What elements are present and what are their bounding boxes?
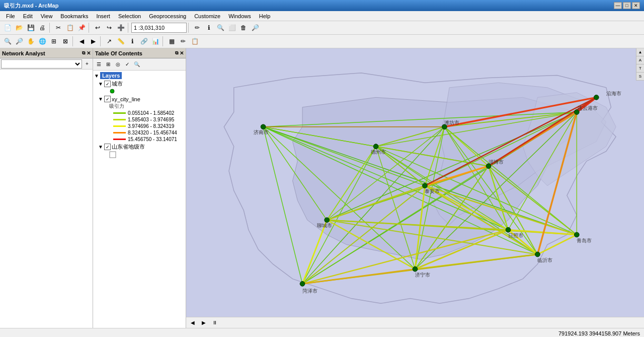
legend-row-5: 15.456750 - 33.14071 <box>98 136 185 143</box>
new-button[interactable]: 📄 <box>2 22 13 33</box>
zoom-out-button[interactable]: 🔎 <box>14 36 25 47</box>
add-data-button[interactable]: ➕ <box>115 22 126 33</box>
redo-button[interactable]: ↪ <box>104 22 115 33</box>
fullext-button[interactable]: ⊠ <box>60 36 71 47</box>
identify-button[interactable]: ℹ <box>203 22 214 33</box>
select-button[interactable]: ⬜ <box>226 22 237 33</box>
na-add-button[interactable]: + <box>83 59 92 69</box>
toc-layers-root[interactable]: ▼ Layers <box>94 72 185 80</box>
right-search-tool[interactable]: S <box>636 73 644 81</box>
map-area[interactable]: 沿海市 连云港市 潍坊市 淄博市 泰安市 日照市 青岛市 济宁市 菏泽市 临沂市… <box>186 48 644 328</box>
cut-button[interactable]: ✂ <box>53 22 64 33</box>
na-header-controls: ⧉ ✕ <box>82 50 91 56</box>
back-button[interactable]: ◀ <box>76 36 87 47</box>
extent-button[interactable]: ⊞ <box>48 36 59 47</box>
copy-button[interactable]: 📋 <box>64 22 75 33</box>
pan-button[interactable]: ✋ <box>25 36 36 47</box>
na-header-left: Network Analyst <box>2 50 45 56</box>
globe-button[interactable]: 🌐 <box>37 36 48 47</box>
coordinates-display: 791924.193 3944158.907 Meters <box>558 330 640 336</box>
menu-selection[interactable]: Selection <box>114 12 145 20</box>
toc-layer3[interactable]: ▼ 山东省地级市 <box>98 143 185 151</box>
toc-search-btn[interactable]: 🔍 <box>132 60 141 69</box>
undo-button[interactable]: ↩ <box>92 22 103 33</box>
layer1-checkbox[interactable] <box>104 81 111 87</box>
app-title: 吸引力.mxd - ArcMap <box>4 2 58 10</box>
layer2-expand-icon[interactable]: ▼ <box>98 96 103 102</box>
map-svg: 沿海市 连云港市 潍坊市 淄博市 泰安市 日照市 青岛市 济宁市 菏泽市 临沂市… <box>186 48 644 328</box>
menu-insert[interactable]: Insert <box>92 12 114 20</box>
sep2-1 <box>72 36 74 46</box>
na-panel-title: Network Analyst <box>2 50 45 56</box>
menu-windows[interactable]: Windows <box>224 12 255 20</box>
map-prev-btn[interactable]: ◀ <box>188 318 197 327</box>
layer2-sublabel: 吸引力 <box>98 103 185 110</box>
attr-button[interactable]: 📋 <box>189 36 200 47</box>
status-bar: 791924.193 3944158.907 Meters <box>0 328 644 337</box>
toc-layer1[interactable]: ▼ 城市 <box>98 80 185 88</box>
sep2-3 <box>163 36 165 46</box>
layer2-name: xy_city_line <box>112 96 140 102</box>
right-tool-3[interactable]: T <box>636 64 644 73</box>
save-button[interactable]: 💾 <box>25 22 36 33</box>
menu-view[interactable]: View <box>37 12 57 20</box>
fwd-button[interactable]: ▶ <box>88 36 99 47</box>
toc-layer2[interactable]: ▼ xy_city_line <box>98 95 185 103</box>
hyperlink-button[interactable]: 🔗 <box>138 36 149 47</box>
info-button[interactable]: ℹ <box>127 36 138 47</box>
toc-source-btn[interactable]: ⊞ <box>104 60 113 69</box>
print-button[interactable]: 🖨 <box>37 22 48 33</box>
toc-content: ▼ Layers ▼ 城市 ▼ <box>93 71 186 328</box>
layer3-expand-icon[interactable]: ▼ <box>98 144 103 150</box>
open-button[interactable]: 📂 <box>14 22 25 33</box>
maximize-button[interactable]: □ <box>623 2 631 9</box>
map-pause-btn[interactable]: ⏸ <box>210 318 219 327</box>
toc-float-button[interactable]: ⧉ <box>175 50 178 56</box>
map-next-btn[interactable]: ▶ <box>199 318 208 327</box>
legend-color-3 <box>113 125 126 127</box>
layer1-expand-icon[interactable]: ▼ <box>98 81 103 87</box>
find-button[interactable]: 🔍 <box>215 22 226 33</box>
menu-file[interactable]: File <box>2 12 19 20</box>
select2-button[interactable]: ↗ <box>104 36 115 47</box>
toc-vis-btn[interactable]: ◎ <box>113 60 122 69</box>
paste-button[interactable]: 📌 <box>76 22 87 33</box>
minimize-button[interactable]: — <box>614 2 622 9</box>
separator-3 <box>128 23 130 33</box>
na-float-button[interactable]: ⧉ <box>82 50 85 56</box>
legend-row-2: 1.585403 - 3.974695 <box>98 116 185 123</box>
clear-button[interactable]: 🗑 <box>238 22 249 33</box>
menu-help[interactable]: Help <box>255 12 275 20</box>
layer2-checkbox[interactable] <box>104 96 111 102</box>
svg-text:泰安市: 泰安市 <box>425 188 440 194</box>
svg-text:临沂市: 临沂市 <box>537 257 552 263</box>
toc-close-button[interactable]: ✕ <box>180 50 184 56</box>
graph-button[interactable]: 📊 <box>150 36 161 47</box>
legend-color-4 <box>113 132 126 133</box>
zoom-in-button[interactable]: 🔎 <box>250 22 261 33</box>
toc-list-btn[interactable]: ☰ <box>94 60 103 69</box>
na-toolbar: + <box>0 58 93 70</box>
layers-expand-icon[interactable]: ▼ <box>94 73 99 79</box>
edit2-button[interactable]: ✏ <box>178 36 189 47</box>
zoom-in2-button[interactable]: 🔍 <box>2 36 13 47</box>
svg-point-78 <box>373 144 378 149</box>
right-tool-2[interactable]: A <box>636 56 644 64</box>
layer3-checkbox[interactable] <box>104 144 111 150</box>
title-bar: 吸引力.mxd - ArcMap — □ ✕ <box>0 0 644 11</box>
close-button[interactable]: ✕ <box>632 2 640 9</box>
menu-customize[interactable]: Customize <box>190 12 224 20</box>
measure-button[interactable]: 📏 <box>115 36 126 47</box>
scale-input[interactable]: 1 :3,031,310 <box>131 23 187 33</box>
menu-geoprocessing[interactable]: Geoprocessing <box>145 12 190 20</box>
editor-button[interactable]: ✏ <box>192 22 203 33</box>
right-tool-1[interactable]: ▲ <box>636 48 644 56</box>
map-right-tools: ▲ A T S <box>636 48 644 81</box>
menu-bookmarks[interactable]: Bookmarks <box>56 12 92 20</box>
na-dropdown[interactable] <box>1 59 82 69</box>
layout-button[interactable]: ▦ <box>166 36 177 47</box>
menu-edit[interactable]: Edit <box>19 12 37 20</box>
toolbar-2: 🔍 🔎 ✋ 🌐 ⊞ ⊠ ◀ ▶ ↗ 📏 ℹ 🔗 📊 ▦ ✏ 📋 <box>0 35 644 48</box>
na-close-button[interactable]: ✕ <box>87 50 91 56</box>
toc-sel-btn[interactable]: ✓ <box>123 60 132 69</box>
